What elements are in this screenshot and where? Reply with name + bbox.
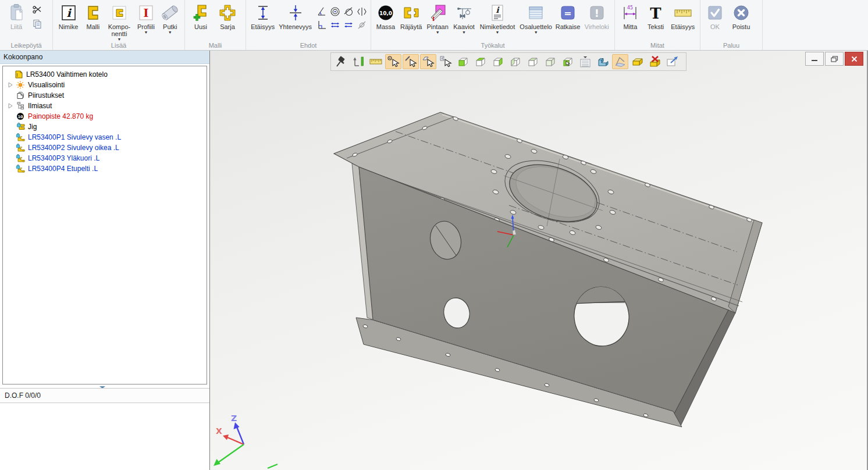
schematics-button[interactable]: Kaaviot ▼ [451, 2, 477, 35]
view-left-button[interactable] [525, 54, 541, 69]
view-top-button[interactable] [472, 54, 489, 69]
close-button[interactable] [845, 52, 863, 66]
select-point-button[interactable] [385, 54, 401, 69]
view-select-face-button[interactable] [560, 54, 576, 69]
text-label: Teksti [648, 23, 664, 30]
cut-button[interactable] [31, 5, 43, 15]
view-isometric-button[interactable] [542, 54, 558, 69]
view-front-button[interactable] [455, 54, 471, 69]
export-view-button[interactable] [664, 54, 681, 69]
tangent-constraint-button[interactable] [341, 5, 355, 18]
measure-ruler-button[interactable] [368, 54, 384, 69]
cube-top-green-icon [474, 55, 487, 68]
tree-item-jig[interactable]: Jig [3, 122, 207, 132]
measure-distance-button[interactable]: Etäisyys [668, 2, 698, 31]
angle-constraint-button[interactable] [315, 5, 328, 18]
delete-from-bin-button[interactable] [647, 54, 663, 69]
select-component-button[interactable] [437, 54, 454, 69]
3d-viewport[interactable]: Z X [210, 51, 868, 470]
expand-arrow-icon[interactable] [8, 103, 15, 109]
to-surface-button[interactable]: I Pintaan ▼ [424, 2, 450, 35]
model-button[interactable]: Malli [81, 2, 104, 31]
export-window-icon [666, 55, 679, 68]
tree-item-part-2[interactable]: LR53400P2 Sivulevy oikea .L [3, 143, 207, 153]
component-button[interactable]: Kompo- nentti ▼ [105, 2, 134, 42]
item-data-dropdown-arrow[interactable]: ▼ [496, 31, 500, 34]
group-label-dimensions: Mitat [615, 42, 700, 49]
solve-button[interactable]: = Ratkaise [554, 2, 582, 31]
item-button[interactable]: i Nimike [55, 2, 81, 31]
group-label-tools: Työkalut [371, 42, 614, 49]
paste-button[interactable]: Liitä [2, 2, 30, 31]
tree-item-representations[interactable]: Ilmiasut [3, 101, 207, 111]
profile-button[interactable]: I Profiili ▼ [134, 2, 158, 35]
tree-item-part-1[interactable]: LR53400P1 Sivulevy vasen .L [3, 132, 207, 143]
fix-constraint-button[interactable] [355, 18, 368, 31]
distance-constraint-button[interactable]: Etäisyys [248, 2, 277, 31]
parallel-constraint-button[interactable] [341, 18, 355, 31]
tree-item-part-4[interactable]: LR53400P4 Etupelti .L [3, 163, 207, 174]
restore-button[interactable] [825, 52, 844, 66]
sun-icon [15, 81, 26, 89]
part-list-dropdown-arrow[interactable]: ▼ [534, 31, 538, 34]
pipe-button[interactable]: Putki ▼ [158, 2, 182, 35]
item-data-button[interactable]: i Nimiketiedot ▼ [477, 2, 518, 35]
scissors-icon [33, 5, 42, 15]
series-icon [219, 3, 236, 23]
exit-button[interactable]: Poistu [727, 2, 755, 31]
3d-model-sheet-metal-housing[interactable] [210, 51, 867, 470]
pipe-dropdown-arrow[interactable]: ▼ [168, 31, 172, 34]
new-model-button[interactable]: Uusi [187, 2, 214, 31]
tree-item-center-of-gravity[interactable]: 10 Painopiste 42.870 kg [3, 111, 207, 122]
schematics-icon [456, 3, 473, 23]
distance-constraint-label: Etäisyys [251, 23, 275, 30]
bin-button[interactable] [629, 54, 646, 69]
schematics-dropdown-arrow[interactable]: ▼ [462, 31, 466, 34]
mass-button[interactable]: 10,0 Massa [373, 2, 398, 31]
svg-text:!: ! [595, 8, 599, 19]
ok-check-icon [706, 3, 724, 23]
tree-item-label: LR53400P1 Sivulevy vasen .L [28, 133, 121, 141]
pin-toolbar-button[interactable] [333, 54, 349, 69]
item-label: Nimike [59, 23, 79, 30]
perpendicular-constraint-button[interactable] [315, 18, 328, 31]
error-log-button[interactable]: ! Virheloki [582, 2, 612, 31]
minimize-icon [811, 56, 818, 62]
explode-button[interactable]: Räjäytä [398, 2, 424, 31]
tree-item-assembly-root[interactable]: LR53400 Vaihtimen kotelo [3, 69, 207, 80]
series-button[interactable]: Sarja [214, 2, 241, 31]
copy-button[interactable] [31, 19, 43, 29]
sketch-plane-button[interactable] [612, 54, 628, 69]
profile-dropdown-arrow[interactable]: ▼ [144, 31, 148, 34]
view-right-button[interactable] [490, 54, 506, 69]
select-edge-button[interactable] [403, 54, 419, 69]
equal-constraint-button[interactable] [328, 18, 341, 31]
part-list-button[interactable]: Osaluettelo ▼ [518, 2, 554, 35]
tree-item-part-3[interactable]: LR53400P3 Yläkuori .L [3, 153, 207, 163]
view-back-button[interactable] [507, 54, 524, 69]
representations-icon [15, 102, 26, 110]
cube-side-green-icon [492, 55, 504, 68]
concentric-constraint-button[interactable] [328, 5, 341, 18]
tree-item-visualization[interactable]: Visualisointi [3, 80, 207, 90]
coincidence-constraint-button[interactable]: Yhtenevyys [277, 2, 314, 31]
select-face-button[interactable] [420, 54, 436, 69]
group-label-constraints: Ehdot [246, 42, 371, 49]
view-list-button[interactable] [577, 54, 593, 69]
symmetry-constraint-button[interactable] [355, 5, 368, 18]
symmetry-constraint-icon [357, 6, 367, 17]
show-part-button[interactable] [595, 54, 611, 69]
tree-item-drawings[interactable]: Piirustukset [3, 90, 207, 101]
restore-icon [831, 56, 838, 62]
error-log-icon: ! [588, 3, 606, 23]
minimize-button[interactable] [805, 52, 824, 66]
text-button[interactable]: T Teksti [643, 2, 668, 31]
tree-item-label: Ilmiasut [28, 102, 52, 110]
component-dropdown-arrow[interactable]: ▼ [117, 38, 121, 41]
expand-arrow-icon[interactable] [8, 82, 15, 88]
ok-button[interactable]: OK [703, 2, 727, 31]
to-surface-dropdown-arrow[interactable]: ▼ [436, 31, 440, 34]
tree-item-label: LR53400P2 Sivulevy oikea .L [28, 144, 119, 152]
dimension-button[interactable]: 45 Mitta [617, 2, 643, 31]
drag-measure-button[interactable] [350, 54, 367, 69]
